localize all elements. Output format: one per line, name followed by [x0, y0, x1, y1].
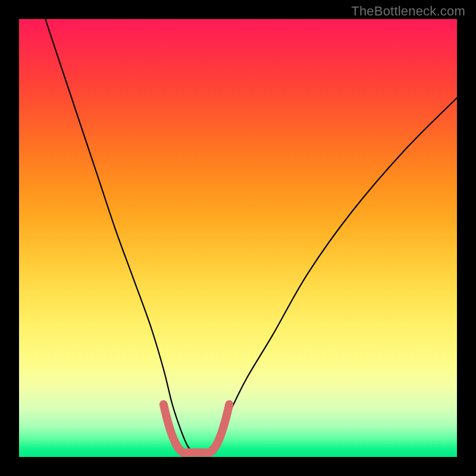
watermark-text: TheBottleneck.com [351, 4, 465, 19]
bottleneck-curve [45, 19, 457, 453]
chart-frame: TheBottleneck.com [0, 0, 476, 476]
valley-marker [164, 405, 229, 453]
curve-layer [19, 19, 457, 457]
plot-area [19, 19, 457, 457]
